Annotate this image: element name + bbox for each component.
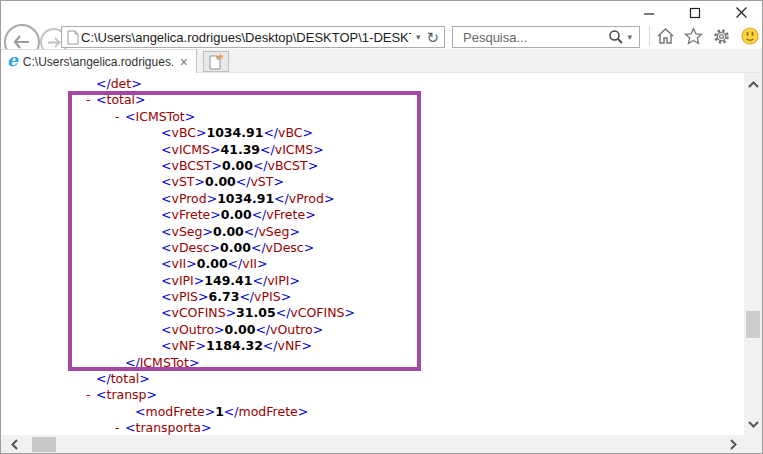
- xml-tag-name: vPIS: [254, 289, 281, 304]
- xml-tag-name: vBCST: [268, 158, 308, 173]
- scrollbar-corner: [744, 435, 762, 454]
- tab-close-icon[interactable]: ×: [178, 55, 190, 69]
- xml-tag-name: vIPI: [267, 273, 289, 288]
- xml-value: 1: [215, 404, 224, 419]
- xml-line: <vPIS>6.73</vPIS>: [1, 289, 746, 305]
- xml-line: <vNF>1184.32</vNF>: [1, 338, 746, 354]
- xml-line: <vICMS>41.39</vICMS>: [1, 142, 746, 158]
- xml-line: <vII>0.00</vII>: [1, 256, 746, 272]
- navigation-bar: ▾ ↻ ▾: [1, 23, 762, 49]
- tools-button[interactable]: [712, 27, 731, 46]
- home-icon: [656, 27, 675, 45]
- close-icon: [735, 6, 748, 19]
- xml-bracket: <: [161, 273, 171, 288]
- xml-bracket: <: [96, 387, 106, 402]
- xml-bracket: </: [224, 404, 239, 419]
- xml-value: 0.00: [221, 207, 252, 222]
- xml-bracket: <: [161, 338, 171, 353]
- address-dropdown-icon[interactable]: ▾: [413, 33, 424, 42]
- xml-bracket: >: [135, 92, 145, 107]
- xml-tag-name: ICMSTot: [140, 355, 189, 370]
- refresh-icon[interactable]: ↻: [423, 30, 442, 45]
- xml-tag-name: vDesc: [171, 240, 209, 255]
- xml-tag-name: det: [111, 76, 132, 91]
- xml-bracket: >: [189, 355, 199, 370]
- new-tab-button[interactable]: [203, 51, 229, 72]
- page-icon: [67, 30, 79, 45]
- xml-tag-name: vBC: [278, 125, 302, 140]
- favorites-button[interactable]: [684, 27, 703, 46]
- xml-tag-name: vNF: [171, 338, 195, 353]
- xml-value: 0.00: [197, 256, 228, 271]
- search-icon[interactable]: [608, 29, 624, 45]
- minimize-button[interactable]: [634, 3, 664, 22]
- horizontal-scroll-thumb[interactable]: [32, 437, 56, 452]
- xml-bracket: <: [135, 404, 145, 419]
- xml-value: 41.39: [221, 142, 261, 157]
- xml-bracket: </: [228, 256, 243, 271]
- feedback-button[interactable]: [740, 27, 759, 46]
- xml-bracket: >: [210, 207, 220, 222]
- home-button[interactable]: [656, 27, 675, 46]
- xml-bracket: >: [281, 289, 291, 304]
- tab-bar: e C:\Users\angelica.rodrigues... ×: [1, 49, 762, 73]
- xml-bracket: >: [210, 240, 220, 255]
- search-bar[interactable]: ▾: [452, 26, 640, 48]
- collapse-toggle[interactable]: -: [115, 109, 125, 125]
- xml-bracket: <: [161, 322, 171, 337]
- xml-bracket: >: [147, 387, 157, 402]
- collapse-toggle[interactable]: -: [86, 387, 96, 403]
- close-button[interactable]: [726, 3, 756, 22]
- xml-tag-name: vII: [171, 256, 186, 271]
- titlebar[interactable]: [1, 1, 762, 23]
- search-input[interactable]: [461, 29, 608, 46]
- xml-bracket: >: [131, 76, 141, 91]
- xml-tag-name: vProd: [171, 191, 206, 206]
- xml-bracket: </: [263, 338, 278, 353]
- browser-window: ▾ ↻ ▾: [0, 0, 763, 454]
- xml-tag-name: vFrete: [171, 207, 210, 222]
- address-bar[interactable]: ▾ ↻: [61, 26, 445, 48]
- xml-bracket: >: [313, 142, 323, 157]
- xml-line: <vBC>1034.91</vBC>: [1, 125, 746, 141]
- xml-tag-name: vPIS: [171, 289, 198, 304]
- xml-bracket: >: [202, 224, 212, 239]
- scroll-down-icon[interactable]: [744, 415, 762, 433]
- xml-tag-name: total: [106, 92, 135, 107]
- vertical-scroll-thumb[interactable]: [746, 311, 760, 338]
- xml-bracket: >: [305, 207, 315, 222]
- xml-bracket: >: [201, 420, 211, 435]
- xml-bracket: </: [239, 289, 254, 304]
- collapse-toggle[interactable]: -: [86, 92, 96, 108]
- xml-bracket: <: [161, 240, 171, 255]
- xml-tag-name: ICMSTot: [135, 109, 184, 124]
- xml-value: 0.00: [225, 322, 256, 337]
- xml-line: <vProd>1034.91</vProd>: [1, 191, 746, 207]
- xml-line: <vIPI>149.41</vIPI>: [1, 273, 746, 289]
- xml-tag-name: vBCST: [171, 158, 211, 173]
- xml-bracket: >: [194, 273, 204, 288]
- ie-logo-icon: e: [7, 52, 18, 69]
- xml-bracket: >: [313, 322, 323, 337]
- xml-bracket: >: [198, 289, 208, 304]
- xml-value: 31.05: [236, 305, 276, 320]
- address-input[interactable]: [79, 30, 413, 45]
- xml-tag-name: vOutro: [270, 322, 313, 337]
- xml-line: <vCOFINS>31.05</vCOFINS>: [1, 305, 746, 321]
- scroll-up-icon[interactable]: [744, 75, 762, 93]
- xml-value: 6.73: [209, 289, 240, 304]
- tab-active[interactable]: e C:\Users\angelica.rodrigues... ×: [1, 49, 197, 73]
- xml-bracket: </: [96, 76, 111, 91]
- xml-bracket: <: [161, 142, 171, 157]
- xml-line: </det>: [1, 76, 746, 92]
- xml-bracket: <: [96, 92, 106, 107]
- horizontal-scrollbar[interactable]: [1, 435, 746, 454]
- xml-bracket: >: [273, 174, 283, 189]
- vertical-scrollbar[interactable]: [744, 73, 762, 435]
- scroll-left-icon[interactable]: [5, 435, 23, 453]
- scroll-right-icon[interactable]: [724, 435, 742, 453]
- xml-bracket: >: [304, 240, 314, 255]
- search-dropdown-icon[interactable]: ▾: [624, 33, 635, 42]
- maximize-button[interactable]: [680, 3, 710, 22]
- collapse-toggle[interactable]: -: [115, 420, 125, 435]
